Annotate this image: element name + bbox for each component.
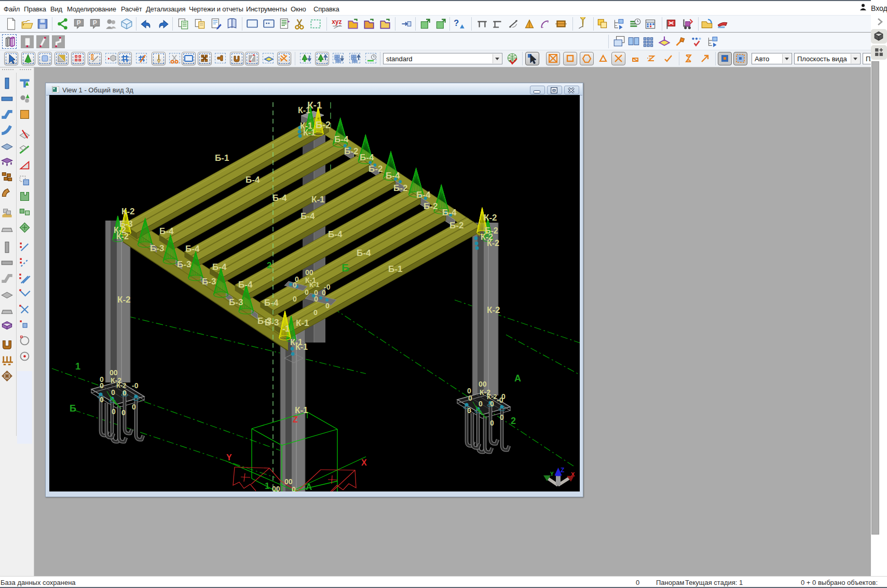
svg-text:К-1: К-1 [296, 318, 309, 328]
svg-text:0: 0 [292, 485, 296, 491]
svg-text:Б-3: Б-3 [229, 297, 243, 307]
svg-text:Б-4: Б-4 [442, 208, 457, 217]
svg-text:К-2: К-2 [487, 239, 499, 248]
svg-text:0: 0 [305, 288, 309, 296]
svg-text:0: 0 [314, 295, 318, 303]
svg-text:0: 0 [121, 408, 126, 417]
svg-text:Б-4: Б-4 [328, 229, 343, 239]
svg-text:А: А [514, 373, 521, 384]
svg-text:Б-3: Б-3 [177, 259, 191, 269]
svg-text:Б-2: Б-2 [344, 146, 358, 156]
svg-text:0: 0 [479, 400, 483, 408]
svg-text:Б-2: Б-2 [393, 183, 407, 193]
svg-text:0: 0 [293, 281, 297, 289]
svg-text:2: 2 [267, 261, 271, 270]
svg-text:0: 0 [100, 395, 104, 404]
svg-text:Б-4: Б-4 [264, 298, 279, 308]
svg-text:0: 0 [490, 419, 494, 427]
svg-text:Б-4: Б-4 [360, 153, 374, 162]
svg-text:К-2: К-2 [116, 232, 129, 241]
svg-text:Б-4: Б-4 [357, 248, 371, 258]
svg-text:00: 00 [110, 368, 118, 377]
svg-text:P: P [77, 19, 81, 26]
svg-text:К-1: К-1 [295, 405, 308, 415]
svg-text:Б: Б [70, 403, 76, 414]
svg-text:0: 0 [313, 308, 318, 317]
svg-text:0: 0 [490, 400, 494, 408]
svg-text:Б-4: Б-4 [212, 262, 227, 272]
svg-text:Y: Y [226, 453, 232, 462]
svg-text:Б-2: Б-2 [369, 164, 383, 174]
svg-text:0: 0 [293, 295, 297, 303]
svg-text:Б-3: Б-3 [202, 277, 216, 286]
svg-text:00: 00 [305, 268, 313, 277]
svg-text:К-1: К-1 [303, 128, 316, 137]
svg-text:xyz: xyz [332, 18, 342, 25]
svg-text:К-2: К-2 [117, 295, 131, 305]
svg-text:Б-4: Б-4 [238, 280, 253, 290]
svg-text:0: 0 [112, 407, 116, 416]
svg-text:Б-3: Б-3 [150, 243, 164, 253]
svg-text:Б-4: Б-4 [245, 175, 260, 185]
svg-text:К-2: К-2 [487, 305, 500, 315]
svg-text:-1: -1 [282, 324, 290, 333]
svg-text:0: 0 [467, 406, 471, 415]
svg-text:0: 0 [100, 381, 104, 390]
svg-text:К-1: К-1 [309, 281, 320, 289]
svg-text:0: 0 [501, 392, 506, 401]
svg-text:Б: Б [342, 262, 349, 274]
svg-text:К-2: К-2 [484, 213, 497, 223]
svg-text:00: 00 [284, 477, 293, 486]
svg-text:К-2: К-2 [121, 207, 135, 216]
svg-text:Y: Y [550, 471, 554, 477]
svg-text:Б-1: Б-1 [388, 264, 402, 274]
svg-text:Б-3: Б-3 [265, 318, 279, 327]
svg-text:Б-4: Б-4 [386, 171, 400, 181]
svg-text:1: 1 [265, 481, 269, 491]
svg-text:X: X [361, 458, 367, 467]
svg-text:0: 0 [111, 388, 115, 396]
svg-text:А: А [306, 482, 312, 491]
svg-text:0: 0 [325, 302, 330, 310]
svg-text:Б-4: Б-4 [334, 134, 349, 144]
svg-text:Б-2: Б-2 [316, 120, 331, 130]
svg-text:К-1: К-1 [295, 343, 308, 351]
svg-text:Б-4: Б-4 [416, 190, 431, 200]
svg-text:Б-4: Б-4 [185, 244, 200, 254]
svg-text:Б-4: Б-4 [272, 193, 287, 203]
svg-text:Б-1: Б-1 [215, 153, 229, 163]
svg-text:00: 00 [479, 380, 487, 388]
svg-text:-0: -0 [132, 381, 139, 390]
svg-text:0: 0 [500, 413, 504, 421]
svg-text:Б-4: Б-4 [159, 226, 174, 236]
svg-text:0: 0 [122, 389, 127, 397]
svg-text:0: 0 [322, 289, 326, 297]
svg-text:0: 0 [132, 403, 136, 411]
svg-text:1: 1 [75, 361, 80, 372]
svg-text:Б-2: Б-2 [449, 221, 463, 230]
svg-text:?: ? [454, 18, 459, 28]
svg-text:Z: Z [293, 415, 298, 424]
svg-text:Б-4: Б-4 [301, 211, 315, 221]
svg-text:00: 00 [272, 485, 280, 491]
svg-text:0: 0 [468, 394, 472, 402]
svg-text:2: 2 [511, 416, 516, 426]
svg-text:К-2: К-2 [116, 381, 127, 389]
svg-text:Z: Z [561, 467, 564, 474]
svg-text:X: X [571, 471, 575, 477]
svg-text:К-1: К-1 [298, 106, 310, 115]
svg-text:К-1: К-1 [311, 195, 325, 204]
svg-text:P: P [93, 19, 97, 26]
svg-text:Б-2: Б-2 [424, 201, 438, 211]
